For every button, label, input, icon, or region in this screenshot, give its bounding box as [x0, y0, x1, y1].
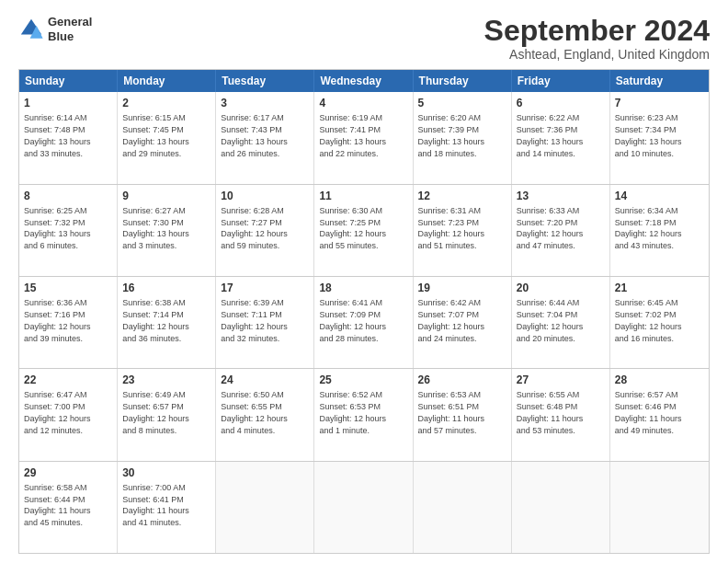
day-number: 19 [418, 281, 506, 295]
day-number: 26 [418, 373, 506, 387]
day-data: Sunrise: 6:33 AM Sunset: 7:20 PM Dayligh… [517, 206, 584, 250]
day-data: Sunrise: 6:25 AM Sunset: 7:32 PM Dayligh… [24, 206, 91, 250]
day-data: Sunrise: 6:58 AM Sunset: 6:44 PM Dayligh… [24, 483, 91, 527]
calendar-day-27: 27Sunrise: 6:55 AM Sunset: 6:48 PM Dayli… [512, 369, 610, 460]
calendar-week-5: 29Sunrise: 6:58 AM Sunset: 6:44 PM Dayli… [19, 461, 709, 553]
calendar-week-1: 1Sunrise: 6:14 AM Sunset: 7:48 PM Daylig… [19, 92, 709, 183]
day-number: 24 [221, 373, 309, 387]
day-data: Sunrise: 6:19 AM Sunset: 7:41 PM Dayligh… [319, 113, 386, 157]
calendar-day-1: 1Sunrise: 6:14 AM Sunset: 7:48 PM Daylig… [19, 92, 118, 183]
day-data: Sunrise: 6:55 AM Sunset: 6:48 PM Dayligh… [517, 390, 584, 434]
calendar-day-13: 13Sunrise: 6:33 AM Sunset: 7:20 PM Dayli… [512, 185, 610, 276]
day-number: 12 [418, 189, 506, 203]
logo-text: General Blue [48, 15, 92, 43]
calendar-day-22: 22Sunrise: 6:47 AM Sunset: 7:00 PM Dayli… [19, 369, 118, 460]
day-number: 30 [122, 465, 210, 480]
day-data: Sunrise: 6:41 AM Sunset: 7:09 PM Dayligh… [319, 298, 386, 342]
day-number: 8 [24, 189, 112, 203]
day-number: 9 [122, 189, 210, 203]
calendar-empty-cell [610, 462, 709, 553]
calendar-day-17: 17Sunrise: 6:39 AM Sunset: 7:11 PM Dayli… [216, 277, 314, 368]
day-data: Sunrise: 6:53 AM Sunset: 6:51 PM Dayligh… [418, 390, 485, 434]
day-data: Sunrise: 6:15 AM Sunset: 7:45 PM Dayligh… [122, 113, 189, 157]
calendar-empty-cell [314, 462, 413, 553]
month-title: September 2024 [484, 15, 710, 47]
day-header-friday: Friday [512, 70, 610, 92]
day-number: 15 [24, 281, 112, 295]
page: General Blue September 2024 Ashtead, Eng… [0, 0, 728, 563]
calendar-day-20: 20Sunrise: 6:44 AM Sunset: 7:04 PM Dayli… [512, 277, 610, 368]
day-number: 5 [418, 96, 506, 110]
calendar-empty-cell [414, 462, 512, 553]
day-number: 4 [319, 96, 407, 110]
calendar-empty-cell [512, 462, 610, 553]
day-header-thursday: Thursday [414, 70, 512, 92]
day-data: Sunrise: 6:23 AM Sunset: 7:34 PM Dayligh… [615, 113, 682, 157]
day-data: Sunrise: 6:28 AM Sunset: 7:27 PM Dayligh… [221, 206, 288, 250]
day-header-wednesday: Wednesday [314, 70, 413, 92]
calendar-day-30: 30Sunrise: 7:00 AM Sunset: 6:41 PM Dayli… [118, 462, 216, 553]
day-data: Sunrise: 6:42 AM Sunset: 7:07 PM Dayligh… [418, 298, 485, 342]
calendar-day-4: 4Sunrise: 6:19 AM Sunset: 7:41 PM Daylig… [314, 92, 413, 183]
day-data: Sunrise: 6:30 AM Sunset: 7:25 PM Dayligh… [319, 206, 386, 250]
calendar-day-6: 6Sunrise: 6:22 AM Sunset: 7:36 PM Daylig… [512, 92, 610, 183]
calendar-day-8: 8Sunrise: 6:25 AM Sunset: 7:32 PM Daylig… [19, 185, 118, 276]
day-number: 13 [517, 189, 605, 203]
day-number: 20 [517, 281, 605, 295]
calendar-day-19: 19Sunrise: 6:42 AM Sunset: 7:07 PM Dayli… [414, 277, 512, 368]
day-number: 6 [517, 96, 605, 110]
calendar-day-24: 24Sunrise: 6:50 AM Sunset: 6:55 PM Dayli… [216, 369, 314, 460]
logo: General Blue [18, 15, 92, 43]
day-data: Sunrise: 6:34 AM Sunset: 7:18 PM Dayligh… [615, 206, 682, 250]
day-number: 2 [122, 96, 210, 110]
day-data: Sunrise: 6:17 AM Sunset: 7:43 PM Dayligh… [221, 113, 288, 157]
day-header-monday: Monday [118, 70, 216, 92]
logo-line2: Blue [48, 29, 92, 44]
calendar-day-3: 3Sunrise: 6:17 AM Sunset: 7:43 PM Daylig… [216, 92, 314, 183]
day-number: 22 [24, 373, 112, 387]
title-block: September 2024 Ashtead, England, United … [484, 15, 710, 62]
calendar-day-16: 16Sunrise: 6:38 AM Sunset: 7:14 PM Dayli… [118, 277, 216, 368]
day-data: Sunrise: 6:44 AM Sunset: 7:04 PM Dayligh… [517, 298, 584, 342]
calendar-day-23: 23Sunrise: 6:49 AM Sunset: 6:57 PM Dayli… [118, 369, 216, 460]
calendar-day-29: 29Sunrise: 6:58 AM Sunset: 6:44 PM Dayli… [19, 462, 118, 553]
day-data: Sunrise: 6:14 AM Sunset: 7:48 PM Dayligh… [24, 113, 91, 157]
day-data: Sunrise: 6:52 AM Sunset: 6:53 PM Dayligh… [319, 390, 386, 434]
calendar-day-10: 10Sunrise: 6:28 AM Sunset: 7:27 PM Dayli… [216, 185, 314, 276]
day-number: 11 [319, 189, 407, 203]
day-number: 21 [615, 281, 704, 295]
day-data: Sunrise: 6:50 AM Sunset: 6:55 PM Dayligh… [221, 390, 288, 434]
calendar-week-4: 22Sunrise: 6:47 AM Sunset: 7:00 PM Dayli… [19, 368, 709, 460]
logo-line1: General [48, 15, 92, 29]
calendar-day-18: 18Sunrise: 6:41 AM Sunset: 7:09 PM Dayli… [314, 277, 413, 368]
day-number: 17 [221, 281, 309, 295]
day-number: 18 [319, 281, 407, 295]
day-number: 29 [24, 465, 112, 480]
day-number: 25 [319, 373, 407, 387]
day-number: 16 [122, 281, 210, 295]
logo-icon [18, 17, 44, 42]
calendar-header: SundayMondayTuesdayWednesdayThursdayFrid… [19, 70, 709, 92]
calendar: SundayMondayTuesdayWednesdayThursdayFrid… [18, 69, 710, 554]
calendar-day-7: 7Sunrise: 6:23 AM Sunset: 7:34 PM Daylig… [610, 92, 709, 183]
day-data: Sunrise: 6:22 AM Sunset: 7:36 PM Dayligh… [517, 113, 584, 157]
day-number: 1 [24, 96, 112, 110]
day-number: 14 [615, 189, 704, 203]
day-header-tuesday: Tuesday [216, 70, 314, 92]
calendar-day-28: 28Sunrise: 6:57 AM Sunset: 6:46 PM Dayli… [610, 369, 709, 460]
day-data: Sunrise: 7:00 AM Sunset: 6:41 PM Dayligh… [122, 483, 189, 527]
day-data: Sunrise: 6:36 AM Sunset: 7:16 PM Dayligh… [24, 298, 91, 342]
calendar-day-12: 12Sunrise: 6:31 AM Sunset: 7:23 PM Dayli… [414, 185, 512, 276]
day-data: Sunrise: 6:38 AM Sunset: 7:14 PM Dayligh… [122, 298, 189, 342]
day-number: 28 [615, 373, 704, 387]
calendar-day-5: 5Sunrise: 6:20 AM Sunset: 7:39 PM Daylig… [414, 92, 512, 183]
day-number: 23 [122, 373, 210, 387]
calendar-day-25: 25Sunrise: 6:52 AM Sunset: 6:53 PM Dayli… [314, 369, 413, 460]
header: General Blue September 2024 Ashtead, Eng… [18, 15, 710, 62]
day-data: Sunrise: 6:47 AM Sunset: 7:00 PM Dayligh… [24, 390, 91, 434]
day-data: Sunrise: 6:31 AM Sunset: 7:23 PM Dayligh… [418, 206, 485, 250]
day-data: Sunrise: 6:27 AM Sunset: 7:30 PM Dayligh… [122, 206, 189, 250]
day-data: Sunrise: 6:20 AM Sunset: 7:39 PM Dayligh… [418, 113, 485, 157]
day-data: Sunrise: 6:49 AM Sunset: 6:57 PM Dayligh… [122, 390, 189, 434]
day-header-sunday: Sunday [19, 70, 118, 92]
